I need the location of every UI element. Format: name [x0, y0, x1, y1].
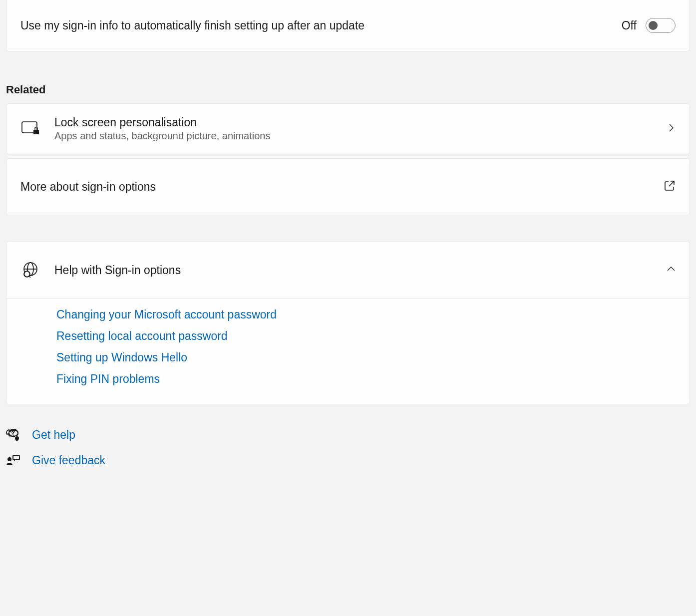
lock-screen-row[interactable]: Lock screen personalisation Apps and sta… — [6, 104, 690, 154]
search-globe-icon — [20, 262, 40, 279]
more-about-row[interactable]: More about sign-in options — [6, 159, 690, 215]
give-feedback-text: Give feedback — [32, 454, 105, 467]
get-help-text: Get help — [32, 428, 75, 442]
help-link-reset-local[interactable]: Resetting local account password — [56, 329, 228, 343]
auto-signin-label: Use my sign-in info to automatically fin… — [20, 19, 612, 32]
help-card: Help with Sign-in options Changing your … — [6, 241, 690, 404]
chevron-up-icon — [667, 265, 676, 276]
svg-rect-1 — [33, 130, 39, 134]
get-help-icon: ? — [6, 429, 20, 442]
more-about-card: More about sign-in options — [6, 158, 690, 215]
help-links-list: Changing your Microsoft account password… — [6, 299, 690, 404]
toggle-state-text: Off — [622, 19, 637, 32]
svg-point-8 — [13, 433, 14, 434]
auto-signin-setting-card: Use my sign-in info to automatically fin… — [6, 0, 690, 51]
svg-point-10 — [15, 436, 19, 440]
more-about-title: More about sign-in options — [20, 180, 650, 194]
lock-screen-icon — [20, 121, 40, 136]
external-link-icon — [664, 180, 676, 194]
help-header-row[interactable]: Help with Sign-in options — [6, 242, 690, 299]
feedback-icon — [6, 454, 20, 467]
auto-signin-toggle[interactable] — [646, 18, 676, 33]
help-link-pin[interactable]: Fixing PIN problems — [56, 372, 160, 386]
svg-rect-12 — [13, 455, 19, 460]
give-feedback-link[interactable]: Give feedback — [6, 454, 690, 467]
footer-links: ? Get help Give feedback — [6, 428, 690, 467]
svg-point-11 — [7, 457, 11, 461]
lock-screen-title: Lock screen personalisation — [54, 116, 653, 129]
lock-screen-card: Lock screen personalisation Apps and sta… — [6, 103, 690, 154]
chevron-right-icon — [667, 123, 676, 134]
lock-screen-text: Lock screen personalisation Apps and sta… — [54, 116, 653, 142]
auto-signin-setting-row[interactable]: Use my sign-in info to automatically fin… — [6, 0, 690, 51]
related-heading: Related — [6, 83, 690, 96]
toggle-container: Off — [622, 18, 676, 33]
lock-screen-subtitle: Apps and status, background picture, ani… — [54, 130, 653, 142]
help-link-windows-hello[interactable]: Setting up Windows Hello — [56, 351, 187, 364]
help-title: Help with Sign-in options — [54, 264, 653, 277]
help-link-change-password[interactable]: Changing your Microsoft account password — [56, 308, 277, 321]
toggle-knob — [649, 21, 658, 30]
get-help-link[interactable]: ? Get help — [6, 428, 690, 442]
